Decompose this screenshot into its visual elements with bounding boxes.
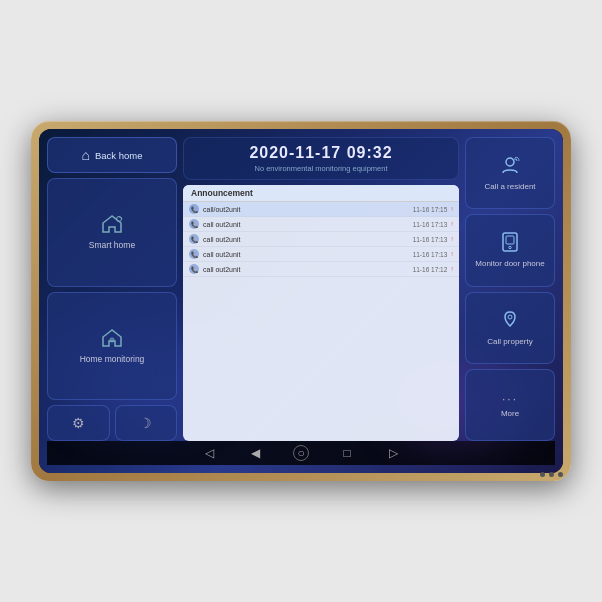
ann-badge: ! <box>451 221 453 227</box>
nav-home[interactable]: ○ <box>293 445 309 461</box>
announcement-item[interactable]: 📞 call out2unit 11-16 17:13 ! <box>183 247 459 262</box>
env-status: No environmental monitoring equipment <box>194 164 448 173</box>
call-resident-icon <box>500 155 520 179</box>
announcement-panel: Announcement 📞 call/out2unit 11-16 17:15… <box>183 185 459 441</box>
datetime-bar: 2020-11-17 09:32 No environmental monito… <box>183 137 459 180</box>
ann-badge: ! <box>451 236 453 242</box>
ann-time: 11-16 17:15 <box>413 206 448 213</box>
ann-badge: ! <box>451 251 453 257</box>
back-home-tile[interactable]: ⌂ Back home <box>47 137 177 173</box>
svg-point-7 <box>508 315 512 319</box>
left-panel: ⌂ Back home Smart home <box>47 137 177 441</box>
svg-point-2 <box>111 339 113 341</box>
more-tile[interactable]: ··· More <box>465 369 555 441</box>
ann-text: call out2unit <box>203 266 409 273</box>
call-property-label: Call property <box>487 337 532 346</box>
night-mode-icon: ☽ <box>139 415 152 431</box>
ann-text: call out2unit <box>203 251 409 258</box>
svg-point-6 <box>509 247 511 249</box>
announcement-item[interactable]: 📞 call out2unit 11-16 17:13 ! <box>183 217 459 232</box>
smart-home-icon <box>101 214 123 237</box>
ann-text: call out2unit <box>203 221 409 228</box>
nav-vol-down[interactable]: ◁ <box>201 445 217 461</box>
ann-badge: ! <box>451 206 453 212</box>
monitor-door-icon <box>501 232 519 256</box>
ann-text: call out2unit <box>203 236 409 243</box>
call-resident-label: Call a resident <box>484 182 535 191</box>
announcement-header: Announcement <box>183 185 459 202</box>
announcement-item[interactable]: 📞 call out2unit 11-16 17:13 ! <box>183 232 459 247</box>
back-home-label: Back home <box>95 150 143 161</box>
monitor-door-label: Monitor door phone <box>475 259 544 268</box>
ann-icon: 📞 <box>189 249 199 259</box>
call-property-tile[interactable]: Call property <box>465 292 555 364</box>
center-panel: 2020-11-17 09:32 No environmental monito… <box>183 137 459 441</box>
status-dots <box>540 472 563 477</box>
back-home-icon: ⌂ <box>82 148 90 162</box>
home-monitoring-tile[interactable]: Home monitoring <box>47 292 177 401</box>
right-panel: Call a resident Monitor door phone <box>465 137 555 441</box>
svg-rect-5 <box>506 236 514 244</box>
home-monitoring-label: Home monitoring <box>80 354 145 364</box>
nav-vol-up[interactable]: ▷ <box>385 445 401 461</box>
ann-time: 11-16 17:13 <box>413 251 448 258</box>
call-property-icon <box>500 310 520 334</box>
nav-back[interactable]: ◀ <box>247 445 263 461</box>
night-mode-tile[interactable]: ☽ <box>115 405 178 441</box>
announcement-list: 📞 call/out2unit 11-16 17:15 ! 📞 call out… <box>183 202 459 441</box>
call-resident-tile[interactable]: Call a resident <box>465 137 555 209</box>
device-frame: ⌂ Back home Smart home <box>31 121 571 481</box>
ann-text: call/out2unit <box>203 206 409 213</box>
settings-icon: ⚙ <box>72 415 85 431</box>
ann-time: 11-16 17:12 <box>413 266 448 273</box>
announcement-item[interactable]: 📞 call/out2unit 11-16 17:15 ! <box>183 202 459 217</box>
ann-time: 11-16 17:13 <box>413 221 448 228</box>
ann-icon: 📞 <box>189 264 199 274</box>
smart-home-tile[interactable]: Smart home <box>47 178 177 287</box>
datetime-display: 2020-11-17 09:32 <box>194 144 448 162</box>
monitor-door-tile[interactable]: Monitor door phone <box>465 214 555 286</box>
main-content: ⌂ Back home Smart home <box>47 137 555 441</box>
bottom-tiles: ⚙ ☽ <box>47 405 177 441</box>
status-dot-3 <box>558 472 563 477</box>
home-monitoring-icon <box>101 328 123 351</box>
ann-time: 11-16 17:13 <box>413 236 448 243</box>
ann-icon: 📞 <box>189 204 199 214</box>
ann-badge: ! <box>451 266 453 272</box>
svg-point-3 <box>506 158 514 166</box>
device-inner: ⌂ Back home Smart home <box>39 129 563 473</box>
ann-icon: 📞 <box>189 219 199 229</box>
more-label: More <box>501 409 519 418</box>
smart-home-label: Smart home <box>89 240 135 250</box>
status-dot-2 <box>549 472 554 477</box>
nav-recent[interactable]: □ <box>339 445 355 461</box>
announcement-item[interactable]: 📞 call out2unit 11-16 17:12 ! <box>183 262 459 277</box>
more-icon: ··· <box>502 392 518 406</box>
status-dot-1 <box>540 472 545 477</box>
ann-icon: 📞 <box>189 234 199 244</box>
settings-tile[interactable]: ⚙ <box>47 405 110 441</box>
screen: ⌂ Back home Smart home <box>39 129 563 473</box>
